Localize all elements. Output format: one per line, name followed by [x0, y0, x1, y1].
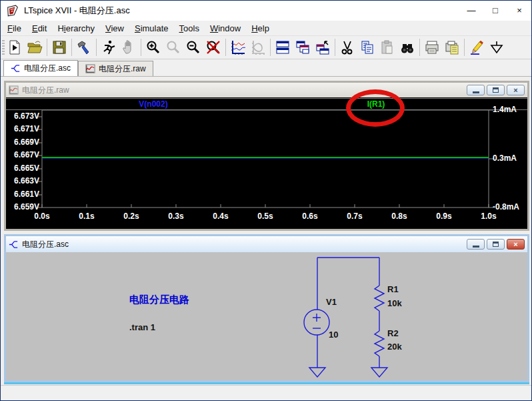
- title-bar[interactable]: LTspice XVII - 电阻分压.asc — □ ×: [1, 1, 531, 21]
- y-left-tick: 6.663V: [7, 176, 39, 185]
- zoom-full-extents-icon[interactable]: [203, 38, 223, 57]
- find-icon[interactable]: [397, 38, 417, 57]
- component-ref-v1[interactable]: V1: [326, 297, 337, 307]
- waveform-window-titlebar[interactable]: 电阻分压.raw ×: [6, 83, 527, 97]
- restore-button[interactable]: [487, 85, 505, 95]
- red-circle-annotation: [346, 89, 405, 127]
- autorange-y-axis-icon[interactable]: [228, 38, 248, 57]
- y-left-tick: 6.661V: [7, 189, 39, 199]
- menu-window[interactable]: Window: [205, 21, 246, 35]
- schematic-heading-text[interactable]: 电阻分压电路: [129, 294, 189, 306]
- edit-text-icon[interactable]: [467, 38, 487, 57]
- y-right-tick: 0.3mA: [493, 153, 527, 163]
- maximize-button[interactable]: □: [483, 1, 507, 21]
- close-button[interactable]: ×: [507, 1, 531, 21]
- document-tabs: 电阻分压.asc 电阻分压.raw: [1, 59, 531, 77]
- waveform-icon: [85, 64, 95, 74]
- open-icon[interactable]: [25, 38, 45, 57]
- x-tick: 0.1s: [72, 212, 101, 221]
- menu-bar: File Edit Hierarchy View Simulate Tools …: [1, 21, 531, 36]
- print-icon[interactable]: [422, 38, 442, 57]
- zoom-back-icon: [163, 38, 183, 57]
- zoom-out-icon[interactable]: [183, 38, 203, 57]
- circuit-drawing: [6, 252, 527, 380]
- x-tick: 0.2s: [117, 212, 146, 221]
- menu-help[interactable]: Help: [246, 21, 275, 35]
- menu-file[interactable]: File: [2, 21, 27, 35]
- x-tick: 0.4s: [206, 212, 235, 221]
- close-button[interactable]: ×: [507, 239, 525, 250]
- y-left-tick: 6.667V: [7, 150, 39, 159]
- schematic-icon: [11, 63, 21, 73]
- x-tick: 0.5s: [251, 212, 280, 221]
- tab-label: 电阻分压.raw: [99, 63, 146, 75]
- ltspice-logo-icon: [7, 5, 19, 17]
- tab-schematic[interactable]: 电阻分压.asc: [3, 60, 78, 76]
- trace-label-vn002[interactable]: V(n002): [120, 99, 187, 109]
- cascade-windows-icon[interactable]: [293, 38, 313, 57]
- new-schematic-icon[interactable]: [5, 38, 25, 57]
- copy-icon[interactable]: [357, 38, 377, 57]
- menu-hierarchy[interactable]: Hierarchy: [52, 21, 100, 35]
- run-icon[interactable]: [99, 38, 119, 57]
- restore-button[interactable]: [487, 239, 505, 250]
- plot-op-data-icon: [248, 38, 268, 57]
- menu-simulate[interactable]: Simulate: [129, 21, 174, 35]
- tab-waveform[interactable]: 电阻分压.raw: [78, 61, 153, 76]
- y-left-tick: 6.669V: [7, 137, 39, 147]
- mdi-area: 电阻分压.raw ×: [1, 77, 532, 385]
- status-bar: [1, 385, 531, 401]
- ltspice-main-window: LTspice XVII - 电阻分压.asc — □ × File Edit …: [0, 0, 532, 401]
- x-tick: 0.6s: [295, 212, 325, 221]
- menu-tools[interactable]: Tools: [174, 21, 205, 35]
- component-value-r2[interactable]: 20k: [387, 342, 402, 352]
- halt-icon: [119, 38, 139, 57]
- x-tick: 0.9s: [429, 212, 459, 221]
- minimize-button[interactable]: [467, 239, 485, 250]
- ground-icon[interactable]: [487, 38, 507, 57]
- schematic-icon: [9, 240, 19, 250]
- plot-canvas: [6, 97, 527, 229]
- window-title: LTspice XVII - 电阻分压.asc: [24, 5, 130, 17]
- paste-icon: [377, 38, 397, 57]
- waveform-icon: [9, 85, 19, 95]
- y-right-tick: 1.4mA: [493, 105, 527, 114]
- schematic-window-title: 电阻分压.asc: [22, 239, 463, 250]
- x-tick: 0.0s: [27, 212, 57, 221]
- restore-windows-icon[interactable]: [313, 38, 333, 57]
- x-tick: 0.8s: [385, 212, 414, 221]
- component-value-v1[interactable]: 10: [329, 330, 338, 340]
- toolbar: [1, 36, 531, 59]
- schematic-canvas[interactable]: V1 10 R1 10k R2 20k 电阻分压电路 .tran 1: [6, 252, 527, 380]
- y-left-tick: 6.665V: [7, 163, 39, 173]
- menu-view[interactable]: View: [100, 21, 129, 35]
- component-ref-r2[interactable]: R2: [387, 328, 399, 338]
- save-icon[interactable]: [49, 38, 69, 57]
- x-tick: 1.0s: [474, 212, 503, 221]
- print-preview-icon[interactable]: [442, 38, 462, 57]
- component-ref-r1[interactable]: R1: [387, 284, 399, 294]
- minimize-button[interactable]: [467, 85, 485, 95]
- y-right-tick: -0.8mA: [493, 202, 527, 212]
- menu-edit[interactable]: Edit: [27, 21, 52, 35]
- waveform-window-title: 电阻分压.raw: [22, 85, 463, 96]
- cut-icon[interactable]: [337, 38, 357, 57]
- tile-windows-icon[interactable]: [273, 38, 293, 57]
- spice-directive-text[interactable]: .tran 1: [129, 322, 155, 332]
- y-left-tick: 6.659V: [7, 202, 39, 212]
- y-left-tick: 6.671V: [7, 124, 39, 133]
- minimize-button[interactable]: —: [459, 1, 483, 21]
- schematic-window-titlebar[interactable]: 电阻分压.asc ×: [6, 236, 527, 252]
- y-left-tick: 6.673V: [7, 111, 39, 121]
- x-tick: 0.3s: [161, 212, 191, 221]
- waveform-window: 电阻分压.raw ×: [4, 81, 529, 231]
- waveform-plot-pane[interactable]: V(n002) I(R1) 6.673V 6.671V 6.669V 6.667…: [6, 97, 527, 229]
- component-value-r1[interactable]: 10k: [387, 298, 402, 308]
- zoom-in-icon[interactable]: [143, 38, 163, 57]
- tab-label: 电阻分压.asc: [24, 63, 71, 74]
- control-panel-icon[interactable]: [74, 38, 94, 57]
- close-button[interactable]: ×: [507, 85, 525, 95]
- x-tick: 0.7s: [340, 212, 369, 221]
- schematic-window: 电阻分压.asc ×: [4, 234, 529, 382]
